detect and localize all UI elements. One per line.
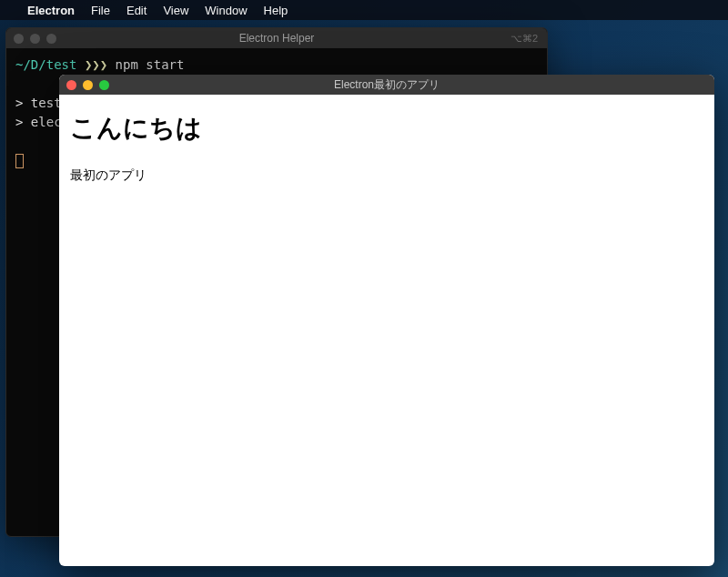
menu-help[interactable]: Help <box>264 4 288 17</box>
cursor-icon <box>15 154 24 168</box>
terminal-command: npm start <box>116 57 185 72</box>
page-heading: こんにちは <box>70 111 703 146</box>
maximize-icon[interactable] <box>99 80 109 90</box>
menu-view[interactable]: View <box>163 4 188 17</box>
close-icon[interactable] <box>14 34 24 44</box>
app-window[interactable]: Electron最初のアプリ こんにちは 最初のアプリ <box>59 75 714 566</box>
menu-app-name[interactable]: Electron <box>27 4 75 17</box>
menu-edit[interactable]: Edit <box>126 4 147 17</box>
terminal-traffic-lights <box>14 34 56 44</box>
maximize-icon[interactable] <box>46 34 56 44</box>
app-window-title: Electron最初のアプリ <box>334 77 440 93</box>
close-icon[interactable] <box>66 80 76 90</box>
prompt-path: ~/D/test <box>15 57 76 72</box>
prompt-arrows: ❯❯❯ <box>85 57 107 72</box>
app-traffic-lights <box>66 80 109 90</box>
page-paragraph: 最初のアプリ <box>70 167 703 184</box>
terminal-titlebar[interactable]: Electron Helper ⌥⌘2 <box>6 28 547 48</box>
menu-window[interactable]: Window <box>205 4 247 17</box>
minimize-icon[interactable] <box>30 34 40 44</box>
terminal-prompt-line: ~/D/test ❯❯❯ npm start <box>15 56 538 75</box>
app-titlebar[interactable]: Electron最初のアプリ <box>59 75 714 95</box>
terminal-title: Electron Helper <box>239 32 315 45</box>
menu-file[interactable]: File <box>91 4 110 17</box>
macos-menubar: Electron File Edit View Window Help <box>0 0 728 20</box>
terminal-shortcut-label: ⌥⌘2 <box>511 33 538 45</box>
app-content: こんにちは 最初のアプリ <box>59 95 714 200</box>
minimize-icon[interactable] <box>83 80 93 90</box>
